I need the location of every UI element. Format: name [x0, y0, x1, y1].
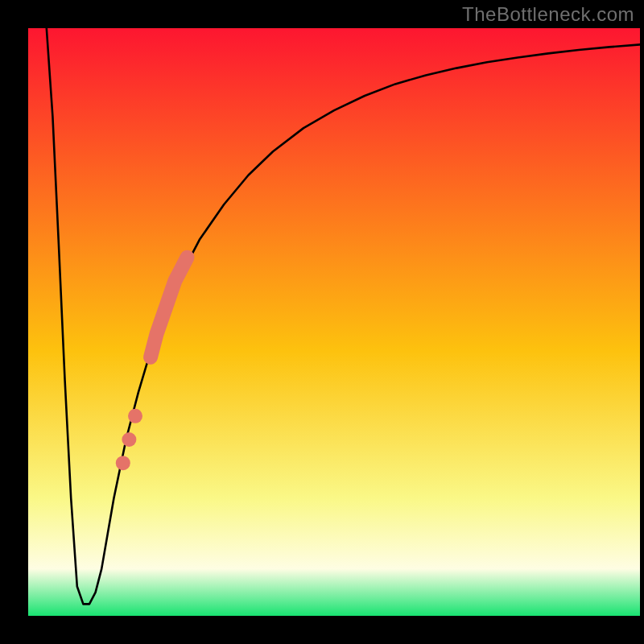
gradient-background: [28, 28, 640, 616]
highlight-dot: [116, 456, 130, 470]
watermark-text: TheBottleneck.com: [462, 3, 634, 26]
chart-stage: TheBottleneck.com: [0, 0, 644, 644]
highlight-dot: [128, 409, 142, 423]
highlight-dot: [122, 432, 136, 447]
bottleneck-chart: [0, 0, 644, 644]
